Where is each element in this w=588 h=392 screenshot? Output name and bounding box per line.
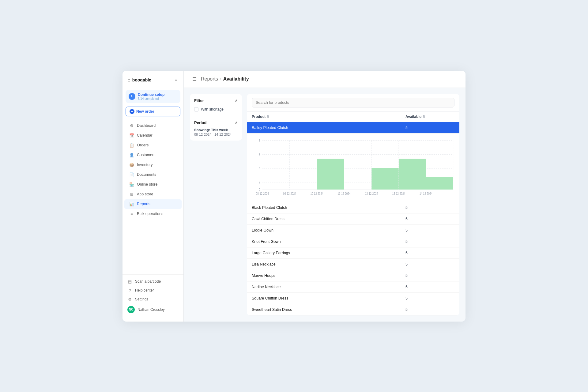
product-available: 5 — [405, 205, 454, 210]
svg-text:09-12-2024: 09-12-2024 — [283, 192, 296, 195]
table-row[interactable]: Cowl Chiffon Dress 5 — [247, 213, 459, 225]
date-range: 08-12-2024 - 14-12-2024 — [194, 133, 238, 136]
table-row[interactable]: Knot Front Gown 5 — [247, 236, 459, 247]
breadcrumb-parent[interactable]: Reports — [201, 76, 218, 82]
product-name: Nadine Necklace — [252, 285, 405, 289]
product-name: Elodie Gown — [252, 228, 405, 232]
table-header: Product ⇅ Available ⇅ — [247, 111, 459, 122]
product-name: Maeve Hoops — [252, 273, 405, 278]
product-sort-icon[interactable]: ⇅ — [267, 115, 269, 118]
new-order-button[interactable]: + New order — [126, 107, 180, 116]
sidebar-item-documents[interactable]: 📄 Documents — [124, 170, 182, 179]
sidebar-bottom: ▤ Scan a barcode ? Help center ⚙ Setting… — [123, 274, 183, 317]
app-name: booqable — [132, 77, 151, 82]
nav-label-orders: Orders — [137, 143, 149, 147]
product-name: Sweetheart Satin Dress — [252, 307, 405, 312]
help-icon: ? — [127, 288, 132, 293]
setup-text-wrap: Continue setup 3/14 completed — [138, 92, 164, 100]
table-row[interactable]: Square Chiffon Dress 5 — [247, 293, 459, 304]
inventory-icon: 📦 — [129, 163, 134, 167]
search-bar-wrap — [247, 94, 459, 111]
app-container: ⌂ booqable « ↻ Continue setup 3/14 compl… — [123, 71, 466, 322]
sidebar-header: ⌂ booqable « — [123, 71, 183, 87]
svg-text:14-12-2024: 14-12-2024 — [420, 192, 432, 195]
sidebar-item-scan-barcode[interactable]: ▤ Scan a barcode — [124, 277, 182, 286]
shortage-label: With shortage — [201, 107, 224, 111]
setup-banner[interactable]: ↻ Continue setup 3/14 completed — [126, 90, 180, 103]
showing-label: Showing: This week — [194, 128, 238, 132]
sidebar-item-settings[interactable]: ⚙ Settings — [124, 295, 182, 304]
main-header: ☰ Reports › Availability — [184, 71, 466, 88]
nav-label-dashboard: Dashboard — [137, 123, 156, 128]
breadcrumb-separator: › — [220, 77, 221, 81]
product-available: 5 — [405, 217, 454, 221]
column-available: Available ⇅ — [405, 115, 454, 119]
period-collapse-button[interactable]: ∧ — [235, 120, 238, 125]
sidebar-item-online-store[interactable]: 🏪 Online store — [124, 180, 182, 189]
dashboard-icon: ⚙ — [129, 123, 134, 128]
nav-label-app-store: App store — [137, 192, 153, 196]
available-sort-icon[interactable]: ⇅ — [423, 115, 425, 118]
sidebar-collapse-button[interactable]: « — [174, 77, 179, 83]
setup-progress: 3/14 completed — [138, 97, 164, 100]
product-name: Large Gallery Earrings — [252, 251, 405, 255]
table-rows-container: Black Pleated Clutch 5 Cowl Chiffon Dres… — [247, 202, 459, 315]
main-content: ☰ Reports › Availability Filter ∧ With s… — [184, 71, 466, 322]
sidebar-item-app-store[interactable]: ⊞ App store — [124, 190, 182, 199]
nav-label-bulk-operations: Bulk operations — [137, 212, 163, 216]
nav-label-calendar: Calendar — [137, 133, 153, 138]
search-input[interactable] — [252, 98, 454, 107]
svg-text:2: 2 — [259, 180, 260, 184]
table-row[interactable]: Black Pleated Clutch 5 — [247, 202, 459, 213]
sidebar-toggle-icon[interactable]: ☰ — [192, 76, 197, 82]
sidebar-item-calendar[interactable]: 📅 Calendar — [124, 131, 182, 140]
shortage-checkbox[interactable] — [194, 107, 198, 111]
svg-text:13-12-2024: 13-12-2024 — [392, 192, 405, 195]
availability-chart: 8 6 4 2 0 — [252, 137, 454, 198]
sidebar-item-help-center[interactable]: ? Help center — [124, 286, 182, 295]
table-row[interactable]: Nadine Necklace 5 — [247, 281, 459, 293]
period-header: Period ∧ — [194, 120, 238, 125]
product-available: 5 — [405, 285, 454, 289]
sidebar-item-reports[interactable]: 📊 Reports — [124, 199, 182, 209]
logo: ⌂ booqable — [127, 77, 151, 83]
sidebar-item-orders[interactable]: 📋 Orders — [124, 141, 182, 150]
table-row[interactable]: Elodie Gown 5 — [247, 225, 459, 236]
table-row[interactable]: Sweetheart Satin Dress 5 — [247, 304, 459, 315]
breadcrumb: Reports › Availability — [201, 76, 249, 82]
filter-header: Filter ∧ — [194, 98, 238, 103]
selected-product-name: Bailey Pleated Clutch — [252, 126, 405, 130]
svg-text:10-12-2024: 10-12-2024 — [310, 192, 323, 195]
customers-icon: 👤 — [129, 153, 134, 157]
sidebar-item-customers[interactable]: 👤 Customers — [124, 150, 182, 160]
svg-text:0: 0 — [259, 188, 260, 191]
sidebar-nav: ⚙ Dashboard 📅 Calendar 📋 Orders 👤 Custom… — [123, 119, 183, 274]
selected-product-available: 5 — [405, 126, 454, 130]
bar-5 — [399, 159, 426, 190]
user-profile[interactable]: NC Nathan Crossley — [124, 304, 182, 315]
period-title: Period — [194, 120, 206, 125]
product-name: Square Chiffon Dress — [252, 296, 405, 300]
filter-collapse-button[interactable]: ∧ — [235, 98, 238, 103]
bulk-operations-icon: ≡ — [129, 212, 134, 216]
sidebar-item-dashboard[interactable]: ⚙ Dashboard — [124, 121, 182, 130]
svg-text:4: 4 — [259, 167, 260, 170]
table-row-selected[interactable]: Bailey Pleated Clutch 5 — [247, 122, 459, 134]
setup-icon: ↻ — [129, 93, 135, 100]
filter-title: Filter — [194, 98, 204, 103]
product-available: 5 — [405, 273, 454, 278]
sidebar-item-inventory[interactable]: 📦 Inventory — [124, 160, 182, 170]
orders-icon: 📋 — [129, 143, 134, 148]
sidebar-item-bulk-operations[interactable]: ≡ Bulk operations — [124, 209, 182, 219]
table-row[interactable]: Lisa Necklace 5 — [247, 259, 459, 270]
table-row[interactable]: Maeve Hoops 5 — [247, 270, 459, 281]
table-row[interactable]: Large Gallery Earrings 5 — [247, 247, 459, 259]
scan-barcode-label: Scan a barcode — [135, 279, 161, 284]
svg-text:12-12-2024: 12-12-2024 — [365, 192, 378, 195]
product-area: Product ⇅ Available ⇅ Bailey Pleated Clu… — [247, 94, 459, 315]
svg-text:08-12-2024: 08-12-2024 — [256, 192, 269, 195]
user-name: Nathan Crossley — [138, 307, 165, 312]
product-name: Lisa Necklace — [252, 262, 405, 266]
bar-2 — [317, 159, 344, 190]
online-store-icon: 🏪 — [129, 182, 134, 187]
